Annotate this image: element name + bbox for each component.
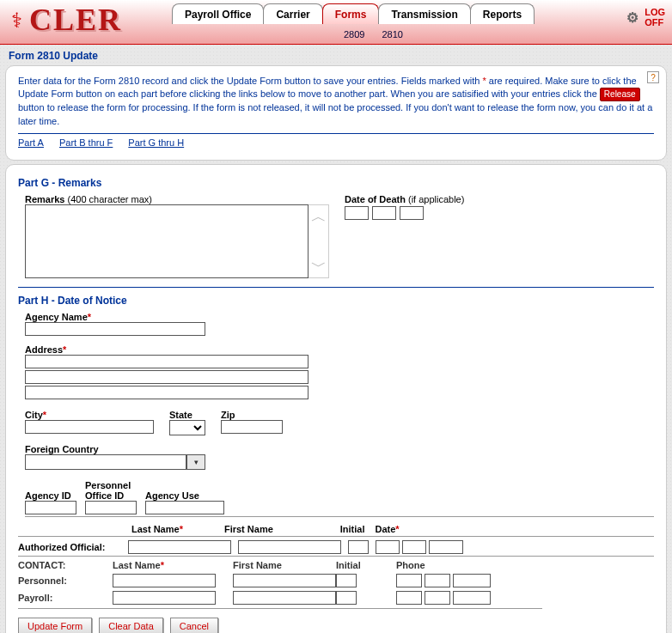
agency-use-input[interactable] bbox=[145, 501, 224, 514]
personnel-initial[interactable] bbox=[336, 574, 357, 587]
contact-grid: CONTACT: Last Name* First Name Initial P… bbox=[18, 560, 654, 609]
authorized-official-label: Authorized Official: bbox=[18, 542, 121, 552]
state-select[interactable] bbox=[169, 420, 205, 435]
tab-payroll-office[interactable]: Payroll Office bbox=[172, 3, 264, 24]
app-logo-text: CLER bbox=[29, 2, 122, 38]
chevron-down-icon: ▾ bbox=[194, 458, 199, 466]
clear-data-button[interactable]: Clear Data bbox=[99, 618, 163, 633]
main-tabs: Payroll Office Carrier Forms Transmissio… bbox=[172, 3, 534, 24]
address-line2[interactable] bbox=[25, 370, 309, 384]
address-label: Address* bbox=[25, 344, 654, 355]
remarks-textarea[interactable] bbox=[25, 204, 309, 278]
contact-last-name-head: Last Name* bbox=[113, 560, 224, 570]
agency-id-label: Agency ID bbox=[25, 490, 76, 501]
dod-label: Date of Death (if applicable) bbox=[345, 194, 464, 204]
auth-first-name-input[interactable] bbox=[238, 540, 341, 554]
personnel-phone-2[interactable] bbox=[425, 574, 450, 587]
scroll-down-icon[interactable]: ﹀ bbox=[311, 259, 327, 274]
help-icon[interactable]: ? bbox=[647, 71, 659, 83]
remarks-label: Remarks (400 character max) bbox=[25, 194, 329, 204]
gear-icon: ⚙ bbox=[624, 9, 641, 26]
personnel-last-name[interactable] bbox=[113, 574, 216, 587]
update-form-button[interactable]: Update Form bbox=[18, 618, 92, 633]
remarks-scroll: ︿ ﹀ bbox=[309, 204, 329, 278]
auth-date-yyyy[interactable] bbox=[429, 540, 463, 554]
foreign-country-dropdown-button[interactable]: ▾ bbox=[186, 454, 205, 470]
tab-reports[interactable]: Reports bbox=[470, 3, 535, 24]
agency-name-label: Agency Name* bbox=[25, 312, 654, 322]
state-label: State bbox=[169, 410, 205, 420]
instructions-panel: ? Enter data for the Form 2810 record an… bbox=[5, 65, 667, 161]
part-h-heading: Part H - Date of Notice bbox=[18, 295, 654, 307]
dod-yyyy[interactable] bbox=[400, 206, 424, 220]
personnel-row-label: Personnel: bbox=[18, 575, 104, 586]
forms-subtabs: 2809 2810 bbox=[344, 29, 403, 40]
payroll-phone-1[interactable] bbox=[396, 591, 422, 605]
link-part-g-h[interactable]: Part G thru H bbox=[128, 137, 184, 148]
address-line1[interactable] bbox=[25, 355, 309, 368]
dod-mm[interactable] bbox=[345, 206, 369, 220]
personnel-phone-3[interactable] bbox=[453, 574, 491, 587]
form-panel: Part G - Remarks Remarks (400 character … bbox=[5, 164, 667, 633]
part-g-heading: Part G - Remarks bbox=[18, 177, 654, 189]
auth-date-dd[interactable] bbox=[402, 540, 426, 554]
payroll-phone-2[interactable] bbox=[425, 591, 450, 605]
zip-label: Zip bbox=[221, 410, 283, 420]
payroll-row-label: Payroll: bbox=[18, 593, 104, 603]
contact-initial-head: Initial bbox=[336, 560, 388, 570]
agency-use-label: Agency Use bbox=[145, 490, 224, 501]
payroll-first-name[interactable] bbox=[233, 591, 336, 605]
address-line3[interactable] bbox=[25, 386, 309, 399]
personnel-office-id-input[interactable] bbox=[85, 501, 137, 514]
contact-label: CONTACT: bbox=[18, 560, 104, 570]
contact-first-name-head: First Name bbox=[233, 560, 327, 570]
log-off-button[interactable]: ⚙ LOGOFF bbox=[624, 7, 665, 27]
auth-date-label: Date* bbox=[376, 524, 400, 534]
agency-id-input[interactable] bbox=[25, 501, 76, 514]
caduceus-icon: ⚕ bbox=[5, 3, 27, 38]
personnel-office-id-label: PersonnelOffice ID bbox=[85, 480, 137, 501]
scroll-up-icon[interactable]: ︿ bbox=[311, 209, 327, 224]
auth-last-name-input[interactable] bbox=[128, 540, 231, 554]
auth-date-mm[interactable] bbox=[376, 540, 400, 554]
dod-dd[interactable] bbox=[372, 206, 396, 220]
auth-initial-label: Initial bbox=[340, 524, 365, 534]
cancel-button[interactable]: Cancel bbox=[170, 618, 218, 633]
auth-first-name-label: First Name bbox=[224, 524, 273, 534]
city-input[interactable] bbox=[25, 420, 154, 434]
personnel-first-name[interactable] bbox=[233, 574, 336, 587]
tab-transmission[interactable]: Transmission bbox=[378, 3, 470, 24]
payroll-phone-3[interactable] bbox=[453, 591, 491, 605]
auth-initial-input[interactable] bbox=[348, 540, 369, 554]
zip-input[interactable] bbox=[221, 420, 283, 434]
contact-phone-head: Phone bbox=[396, 560, 542, 570]
part-links: Part A Part B thru F Part G thru H bbox=[18, 133, 654, 148]
payroll-last-name[interactable] bbox=[113, 591, 216, 605]
tab-carrier[interactable]: Carrier bbox=[263, 3, 322, 24]
city-label: City* bbox=[25, 410, 154, 420]
subtab-2809[interactable]: 2809 bbox=[344, 29, 364, 40]
foreign-country-label: Foreign Country bbox=[25, 444, 654, 454]
app-header: ⚕ CLER Payroll Office Carrier Forms Tran… bbox=[0, 0, 672, 45]
auth-last-name-label: Last Name* bbox=[131, 524, 183, 534]
link-part-b-f[interactable]: Part B thru F bbox=[59, 137, 113, 148]
instructions-text: Enter data for the Form 2810 record and … bbox=[18, 75, 654, 128]
link-part-a[interactable]: Part A bbox=[18, 137, 44, 148]
personnel-phone-1[interactable] bbox=[396, 574, 422, 587]
payroll-initial[interactable] bbox=[336, 591, 357, 605]
agency-name-input[interactable] bbox=[25, 322, 205, 336]
subtab-2810[interactable]: 2810 bbox=[382, 29, 402, 40]
foreign-country-input[interactable] bbox=[25, 454, 186, 470]
release-inline-badge: Release bbox=[600, 88, 640, 101]
page-title: Form 2810 Update bbox=[0, 45, 672, 62]
tab-forms[interactable]: Forms bbox=[322, 3, 380, 24]
